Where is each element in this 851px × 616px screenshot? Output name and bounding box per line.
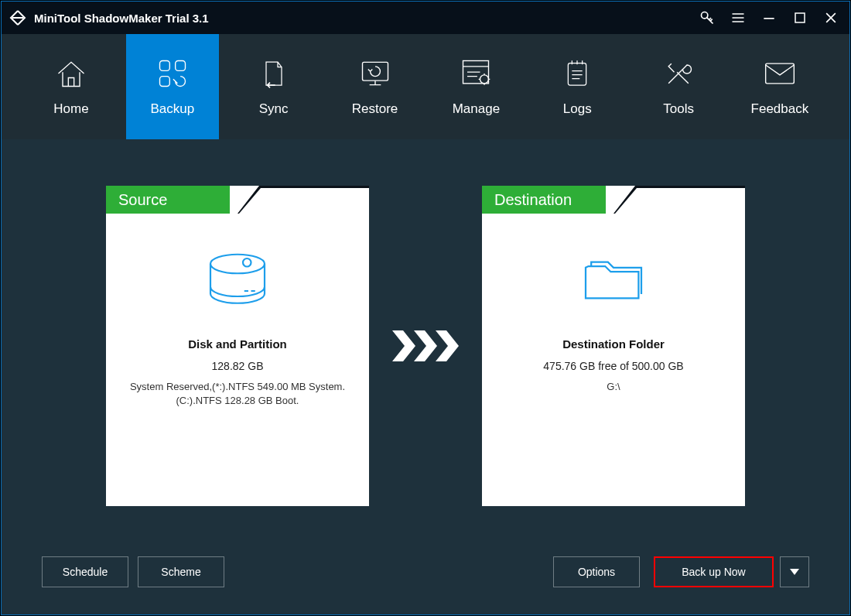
minimize-button[interactable] [754,2,784,33]
maximize-button[interactable] [784,2,815,33]
options-button[interactable]: Options [553,556,640,587]
arrow-icon [392,330,459,361]
source-size: 128.82 GB [212,360,264,372]
svg-point-11 [210,255,265,274]
main-panel: Source Disk and Partition 128.82 GB [2,139,849,529]
svg-point-12 [243,258,251,267]
backup-now-button[interactable]: Back up Now [654,556,774,587]
disk-icon [203,249,272,311]
nav-backup[interactable]: Backup [126,34,219,139]
source-detail: System Reserved,(*:).NTFS 549.00 MB Syst… [121,380,354,408]
folder-icon [579,249,648,311]
nav-restore-label: Restore [352,101,398,117]
app-title: MiniTool ShadowMaker Trial 3.1 [34,12,209,25]
key-icon[interactable] [692,2,723,33]
svg-rect-5 [362,62,388,80]
nav-logs-label: Logs [563,101,592,117]
svg-rect-1 [795,13,805,22]
backup-icon [156,56,190,91]
main-nav: Home Backup Sync Restore Manage [2,34,849,139]
source-body: Disk and Partition 128.82 GB System Rese… [106,214,369,506]
restore-icon [358,56,392,91]
svg-point-7 [480,75,489,84]
home-icon [54,56,88,91]
feedback-icon [763,56,797,91]
bottom-bar: Schedule Scheme Options Back up Now [2,529,849,614]
source-header: Source [106,186,369,214]
nav-logs[interactable]: Logs [531,34,624,139]
nav-manage[interactable]: Manage [429,34,522,139]
cards-row: Source Disk and Partition 128.82 GB [2,186,849,506]
nav-restore[interactable]: Restore [329,34,422,139]
destination-body: Destination Folder 475.76 GB free of 500… [482,214,745,506]
nav-feedback-label: Feedback [751,101,809,117]
source-header-label: Source [106,186,230,214]
logs-icon [560,56,594,91]
svg-rect-3 [176,61,186,71]
svg-rect-9 [766,63,795,84]
source-card[interactable]: Source Disk and Partition 128.82 GB [106,186,369,506]
nav-backup-label: Backup [150,101,194,117]
svg-rect-4 [159,77,169,87]
scheme-button[interactable]: Scheme [138,556,224,587]
svg-rect-8 [569,63,586,85]
nav-tools[interactable]: Tools [632,34,725,139]
nav-tools-label: Tools [663,101,694,117]
svg-marker-17 [790,569,799,575]
title-bar: MiniTool ShadowMaker Trial 3.1 [2,2,849,34]
menu-icon[interactable] [723,2,754,33]
destination-size: 475.76 GB free of 500.00 GB [543,360,683,372]
tools-icon [661,56,695,91]
svg-rect-2 [159,61,169,71]
close-button[interactable] [815,2,846,33]
svg-marker-13 [392,330,415,361]
nav-manage-label: Manage [453,101,500,117]
destination-card[interactable]: Destination Destination Folder 475.76 GB… [482,186,745,506]
source-title: Disk and Partition [188,337,287,351]
schedule-button[interactable]: Schedule [42,556,128,587]
nav-sync-label: Sync [259,101,289,117]
svg-marker-14 [414,330,437,361]
nav-sync[interactable]: Sync [227,34,320,139]
app-window: MiniTool ShadowMaker Trial 3.1 Home [1,1,850,615]
nav-home[interactable]: Home [25,34,118,139]
backup-now-dropdown[interactable] [780,556,809,587]
app-logo-icon [8,8,28,28]
destination-detail: G:\ [597,380,629,394]
sync-icon [257,56,291,91]
destination-header-label: Destination [482,186,606,214]
destination-title: Destination Folder [562,337,665,351]
nav-feedback[interactable]: Feedback [733,34,826,139]
chevron-down-icon [790,569,799,575]
svg-marker-15 [436,330,459,361]
destination-header: Destination [482,186,745,214]
nav-home-label: Home [53,101,88,117]
manage-icon [459,56,493,91]
